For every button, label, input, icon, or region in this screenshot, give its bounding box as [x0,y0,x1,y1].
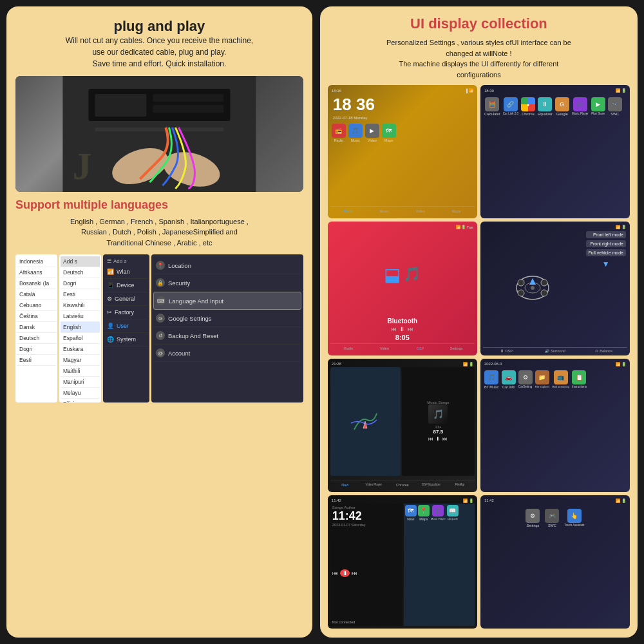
lang-item: Afrikaans [17,267,56,278]
app-btmusic[interactable]: 🎵 [484,370,498,384]
music-icon-cell3: 🎵 [403,266,421,283]
settings-item-account[interactable]: @ Account [153,345,301,362]
tab3-dsp[interactable]: DSP [403,345,437,352]
app-instructions[interactable]: 📋 [572,370,586,384]
ui-cell-bluetooth: 📶 🔋 Tue ⬓ 🎵 Bluetooth ⏮ ⏸ ⏭ 8 [328,222,477,355]
tab5-files[interactable]: FileMgr [446,482,473,488]
app-fileexplorer[interactable]: 📁 [535,370,549,384]
menu-item-general[interactable]: ⚙General [104,292,148,306]
tab-music[interactable]: Music [368,208,402,214]
lang-item: Español [61,333,100,344]
tab-video[interactable]: Video [403,208,437,214]
tab5-chrome[interactable]: Chrome [389,482,416,488]
ui-cell-phone-music: 11:42📶 🔋 Songs Author 11:42 2023-01-07 S… [328,495,477,629]
main-container: plug and play Will not cut any cables. O… [6,6,638,638]
tab5-navi[interactable]: Navi [332,482,359,488]
svg-point-12 [518,279,524,286]
cell3-bottom: Radio Video DSP Settings [330,343,475,353]
svg-text:J: J [72,145,91,187]
ui-collection-subtitle: Personalized Settings , various styles o… [328,37,630,80]
settings-item-location[interactable]: 📍 Location [153,257,301,274]
app-hd2[interactable]: 📺 [554,370,568,384]
app-musicplayer[interactable]: 🎶 [573,97,587,111]
language-title: Support multiple languages [15,198,303,213]
app-chrome[interactable]: ● [521,97,535,111]
svg-point-15 [541,290,547,296]
tab-maps[interactable]: Maps [439,208,473,214]
settings-item-google[interactable]: G Google Settings [153,310,301,327]
app-google[interactable]: G [555,97,569,111]
app-icon-maps[interactable]: 🗺 [382,124,396,138]
cell2-topbar: 18:39📶 🔋 [483,88,627,93]
surround-tab[interactable]: 🔊Surround [532,349,579,353]
menu-item-wlan[interactable]: 📶Wlan [104,265,148,279]
app-carinfo[interactable]: 🚗 [502,370,516,384]
lang-item: Indonesia [17,256,56,267]
cell-bottom-bar: Radio Music Video Maps [330,206,475,216]
svg-rect-3 [153,94,223,102]
svg-rect-4 [153,105,223,113]
app-opguide[interactable]: 📖 [447,505,459,516]
svg-point-11 [531,286,535,290]
app-musicplayer2[interactable]: 🎵 [432,505,444,516]
app-icon-music[interactable]: 🎵 [348,124,363,138]
tab5-dsp[interactable]: DSP Equalizer [418,482,445,488]
ui-cell-app-grid: 18:39📶 🔋 🧮 Calculator 🔗 Car Link 2.0 ● [480,85,630,218]
app-carlink[interactable]: 🔗 [504,97,518,111]
tab3-video[interactable]: Video [368,345,402,352]
settings-item-security[interactable]: 🔒 Security [153,274,301,292]
app-swc[interactable]: 🎮 [608,97,622,111]
app-settings2[interactable]: ⚙ [526,509,540,523]
app-maps2[interactable]: 📍 [418,505,430,516]
app-carsetting[interactable]: ⚙ [518,370,533,384]
tab3-settings[interactable]: Settings [439,345,473,352]
lang-item: Filipino [61,399,100,402]
dsp-tab[interactable]: 🎚DSP [483,349,530,353]
menu-item-factory[interactable]: ✂Factory [104,306,148,319]
menu-item-user[interactable]: 👤User [104,319,148,333]
app-playstore[interactable]: ▶ [591,97,605,111]
date-display: 2022-07-18 Monday [330,116,475,120]
lang-list-col1: Indonesia Afrikaans Bosanski (la Català … [15,254,57,402]
dsp-front-left[interactable]: Front left mode [586,231,626,238]
language-text: English , German , French , Spanish , It… [15,216,303,249]
svg-rect-2 [95,94,146,117]
ui-cell-dsp: 📶 🔋 [480,222,630,355]
app-icon-radio[interactable]: 📻 [332,124,346,138]
menu-item-device[interactable]: 📱Device [104,279,148,292]
lang-item: Dogri [17,344,56,355]
balance-tab[interactable]: ⚖Balance [580,349,627,353]
svg-point-14 [518,290,524,296]
dsp-full-vehicle[interactable]: Full vehicle mode [586,249,626,256]
dsp-front-right[interactable]: Front right mode [586,240,626,247]
lang-item: English [61,322,100,333]
ui-cell-clock-home: 18:36 ▐ 📶 18 36 2022-07-18 Monday 📻 Radi… [328,85,477,218]
app-touchassist[interactable]: 👆 [567,509,582,523]
settings-right-col: 📍 Location 🔒 Security ⌨ Language And Inp… [151,254,303,402]
svg-marker-16 [529,278,536,285]
tab5-video[interactable]: Video Player [360,482,387,488]
lang-item: Čeština [17,311,56,322]
settings-item-backup[interactable]: ↺ Backup And Reset [153,327,301,345]
settings-item-language[interactable]: ⌨ Language And Input [153,292,301,310]
app-navi2[interactable]: 🗺 [405,505,417,516]
left-panel: plug and play Will not cut any cables. O… [6,6,312,638]
lang-list-col2: Add s Deutsch Dogri Eesti Kiswahili Latv… [59,254,101,402]
app-calculator[interactable]: 🧮 [485,97,499,111]
app-icon-video[interactable]: ▶ [365,124,379,138]
cell4-topbar: 📶 🔋 [483,224,627,230]
lang-item: Dansk [17,322,56,333]
cell7-topbar: 11:42📶 🔋 [330,498,475,504]
ui-cell-nav-music: 21:28📶 🔋 [328,359,477,492]
tab3-radio[interactable]: Radio [332,345,366,352]
ui-cell-app-grid2: 2022-08-0📶 🔋 🎵 BT Music 🚗 Car Info ⚙ [480,359,630,492]
app-swc2[interactable]: 🎮 [545,509,559,523]
lang-item: Català [17,289,56,300]
app-equalizer[interactable]: 🎚 [538,97,552,111]
plug-title: plug and play [15,18,303,35]
tab-radio[interactable]: Radio [332,208,366,214]
svg-rect-17 [348,404,383,439]
cell6-topbar: 2022-08-0📶 🔋 [483,361,627,367]
cell-topbar: 18:36 ▐ 📶 [330,88,475,93]
menu-item-system[interactable]: 🌐System [104,333,148,346]
